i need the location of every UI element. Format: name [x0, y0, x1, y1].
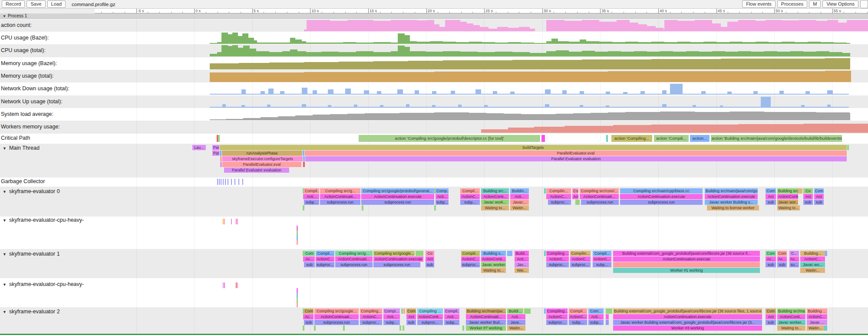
trace-event-bar[interactable]: Com	[814, 188, 824, 194]
track-label[interactable]: Critical Path	[1, 135, 30, 141]
gc-event-tick[interactable]	[225, 179, 226, 185]
trace-event-bar[interactable]: Compiling src/google/protobuf/generat...	[361, 188, 434, 194]
trace-event-sliver[interactable]	[314, 325, 316, 331]
trace-event-bar[interactable]: subp...	[304, 200, 319, 205]
collapse-arrow-icon[interactable]: ▼	[3, 252, 7, 256]
trace-event-bar[interactable]: Compiling ...	[546, 251, 569, 256]
trace-event-bar[interactable]: Compiling src/google...	[314, 309, 359, 314]
trace-event-sliver[interactable]	[303, 325, 304, 331]
trace-event-bar[interactable]: ActionContinuation.execute	[373, 256, 423, 262]
trace-event-bar[interactable]: sub	[814, 200, 824, 205]
trace-event-bar[interactable]: Compiling ...	[417, 309, 443, 314]
trace-event-bar[interactable]: Comp...	[436, 188, 449, 194]
trace-event-sliver[interactable]	[606, 314, 609, 319]
trace-event-bar[interactable]: Building external/com_google_protobuf/ja…	[613, 309, 762, 314]
trace-event-sliver[interactable]	[544, 251, 546, 256]
trace-event-sliver[interactable]	[544, 309, 546, 314]
trace-event-bar[interactable]: Ac...	[304, 314, 314, 319]
trace-event-bar[interactable]: Waitin...	[807, 325, 824, 331]
trace-event-sliver[interactable]	[847, 145, 849, 150]
trace-event-sliver[interactable]	[798, 188, 802, 194]
trace-event-bar[interactable]: Co	[426, 251, 434, 256]
trace-event-bar[interactable]: subprocess.run	[581, 200, 619, 205]
trace-event-sliver[interactable]	[403, 325, 404, 331]
trace-event-bar[interactable]: Javac wor...	[777, 200, 798, 205]
counter-chart-network-up-usage-total-[interactable]	[0, 96, 868, 108]
trace-event-bar[interactable]: Co	[803, 188, 813, 194]
trace-event-bar[interactable]: ActionC...	[807, 314, 827, 319]
gc-event-tick[interactable]	[234, 179, 235, 185]
trace-event-sliver[interactable]	[507, 251, 512, 256]
trace-event-bar[interactable]: ActionC...	[546, 256, 569, 262]
trace-event-bar[interactable]: sub	[766, 262, 776, 267]
trace-event-bar[interactable]: buildTargets	[220, 145, 847, 150]
trace-event-bar[interactable]: ActionContinuati...	[335, 256, 373, 262]
trace-event-bar[interactable]: sub	[766, 200, 776, 205]
counter-chart-memory-usage-total-[interactable]	[0, 70, 868, 82]
trace-event-bar[interactable]: ActionContinuation.execute	[613, 314, 762, 319]
trace-event-sliver[interactable]	[220, 151, 221, 156]
trace-event-bar[interactable]: subprocess.run	[335, 262, 373, 267]
trace-event-bar[interactable]: Com	[304, 251, 315, 256]
track-label[interactable]: ▼skyframe-evaluator 2	[3, 309, 60, 315]
track-label[interactable]: ▼skyframe-evaluator 1	[3, 251, 60, 257]
counter-chart-memory-usage-bazel-[interactable]	[0, 58, 868, 69]
trace-event-bar[interactable]: Acti...	[507, 314, 525, 319]
trace-event-bar[interactable]: Java...	[507, 320, 525, 325]
trace-event-bar[interactable]: Waiting to...	[777, 205, 800, 210]
collapse-arrow-icon[interactable]: ▼	[3, 190, 7, 194]
trace-event-bar[interactable]: subp...	[444, 320, 459, 325]
trace-event-sliver[interactable]	[343, 325, 345, 331]
trace-event-bar[interactable]: Compilin...	[546, 188, 571, 194]
trace-event-bar[interactable]: Compil...	[569, 309, 587, 314]
trace-event-sliver[interactable]	[220, 156, 222, 161]
trace-event-bar[interactable]: Jav...	[515, 262, 529, 267]
trace-event-bar[interactable]: Lau...	[192, 145, 206, 150]
trace-event-bar[interactable]: action 'Compiling...	[611, 135, 652, 142]
trace-event-sliver[interactable]	[403, 309, 405, 314]
cpu-heavy-event-sliver[interactable]	[297, 293, 298, 298]
trace-event-bar[interactable]: Act	[766, 194, 776, 199]
cpu-heavy-event-sliver[interactable]	[297, 302, 298, 307]
trace-event-bar[interactable]: subproc...	[316, 262, 334, 267]
trace-event-bar[interactable]: subprocess.run	[373, 262, 420, 267]
trace-event-bar[interactable]: Building external/com_google_protobuf/ja…	[613, 251, 760, 256]
trace-event-bar[interactable]: Javac wo...	[800, 262, 825, 267]
trace-event-sliver[interactable]	[544, 188, 546, 194]
trace-event-bar[interactable]: Act	[572, 194, 578, 199]
trace-event-sliver[interactable]	[434, 205, 436, 210]
trace-event-bar[interactable]: Worker #3 working	[613, 325, 762, 331]
gc-event-tick[interactable]	[228, 179, 228, 185]
track-label[interactable]: ▼skyframe-evaluator-cpu-heavy-	[3, 217, 84, 223]
trace-event-sliver[interactable]	[362, 205, 363, 210]
trace-event-bar[interactable]: Compiling src/core/...	[580, 188, 619, 194]
trace-event-bar[interactable]: subp...	[588, 320, 604, 325]
cpu-heavy-event-tick[interactable]	[223, 219, 224, 224]
trace-event-sliver[interactable]	[220, 162, 222, 167]
trace-event-bar[interactable]: Par	[212, 145, 219, 150]
trace-event-bar[interactable]: subproc...	[360, 320, 382, 325]
trace-event-bar[interactable]: subproc...	[461, 262, 480, 267]
trace-event-bar[interactable]: Acti...	[515, 256, 529, 262]
trace-event-bar[interactable]: Com	[777, 251, 787, 256]
cpu-heavy-event-tick[interactable]	[224, 282, 225, 288]
trace-event-bar[interactable]: Act	[426, 256, 434, 262]
trace-event-bar[interactable]: Co	[572, 188, 578, 194]
trace-event-bar[interactable]: Javac...	[510, 200, 529, 205]
gc-event-tick[interactable]	[217, 179, 218, 185]
trace-event-bar[interactable]: Worker #7 working	[466, 325, 506, 331]
trace-event-bar[interactable]: sub	[304, 262, 315, 267]
trace-event-bar[interactable]: Compiling...	[360, 309, 382, 314]
trace-event-bar[interactable]: Com...	[588, 309, 604, 314]
trace-event-bar[interactable]: Act	[406, 314, 416, 319]
trace-event-bar[interactable]: sub	[803, 200, 813, 205]
cpu-heavy-event-sliver[interactable]	[297, 240, 298, 245]
cpu-heavy-event-tick[interactable]	[237, 219, 238, 224]
trace-event-bar[interactable]: Javac worker Buil...	[466, 320, 506, 325]
trace-event-bar[interactable]: action 'Building src/main/java/com/googl…	[711, 135, 842, 142]
collapse-arrow-icon[interactable]: ▼	[3, 146, 7, 151]
trace-event-bar[interactable]: sub	[777, 262, 787, 267]
trace-event-bar[interactable]: Javac worker Building external/com_googl…	[613, 320, 762, 325]
trace-event-bar[interactable]: Acti...	[444, 314, 459, 319]
trace-event-bar[interactable]: Javac worker...	[777, 320, 805, 325]
